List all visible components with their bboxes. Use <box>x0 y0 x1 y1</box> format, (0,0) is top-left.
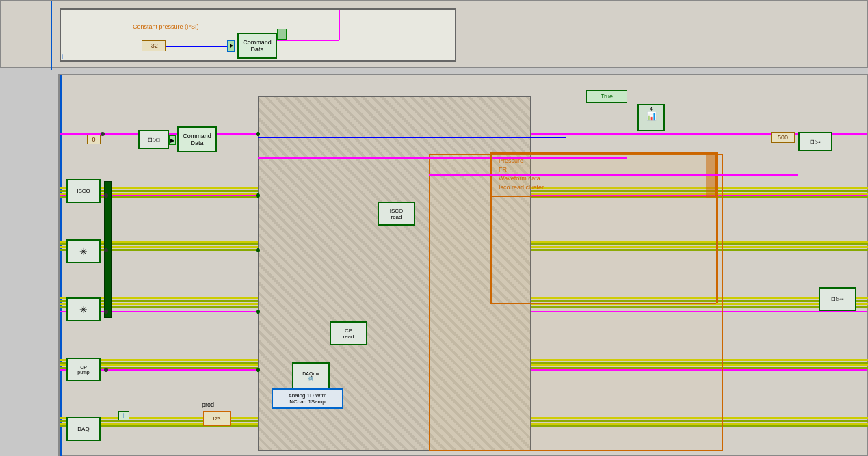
orange-wire-top <box>490 152 716 154</box>
i32-constant[interactable]: I32 <box>142 40 166 51</box>
daq-label: DAQ <box>77 426 89 432</box>
isco-read-cluster-label: Isco read cluster <box>499 184 544 191</box>
junction-dot-1 <box>101 132 105 136</box>
isco-subvi[interactable]: ISCO <box>66 179 101 203</box>
seq-dot-1 <box>256 132 260 136</box>
junction-dot-2 <box>104 193 108 198</box>
main-left-wire <box>60 75 62 456</box>
isco-read-subvi[interactable]: ISCO read <box>378 202 415 226</box>
isco-read-label: ISCO read <box>390 208 404 220</box>
right-subvi[interactable]: ⊡▷▪ <box>798 132 832 151</box>
cp-read-subvi[interactable]: CP read <box>330 321 367 345</box>
canvas: Constant pressure (PSI) I32 ▶ Command Da… <box>0 0 868 456</box>
pink-seq-wire-2 <box>429 174 798 176</box>
top-connector: ▶ <box>227 40 235 52</box>
right-shift-reg-icon: ⊡▷▪▪ <box>831 296 844 302</box>
main-command-data[interactable]: Command Data <box>177 126 217 152</box>
junction-dot-4 <box>104 310 108 314</box>
i23-label: I23 <box>213 416 220 422</box>
i-indicator-main: i <box>118 411 129 420</box>
junction-dot-5 <box>104 368 108 372</box>
numeric-subvi[interactable]: 4 📊 <box>637 104 665 131</box>
orange-wire-bottom <box>490 303 716 304</box>
star-icon-1: ✳ <box>79 246 88 257</box>
daqmx-subvi[interactable]: DAQmx⚙️ <box>292 362 330 390</box>
prod-label: prod <box>202 401 214 408</box>
top-panel: Constant pressure (PSI) I32 ▶ Command Da… <box>0 0 868 68</box>
top-left-wire <box>51 1 52 70</box>
star-icon-2: ✳ <box>79 304 88 315</box>
top-i-indicator: i <box>62 53 63 60</box>
seq-dot-3 <box>256 248 260 252</box>
main-command-data-label: Command Data <box>183 133 211 146</box>
connector-arrow-1: ▶ <box>169 135 176 145</box>
top-command-data-label: Command Data <box>243 39 272 53</box>
daqmx-label: DAQmx⚙️ <box>302 371 319 381</box>
cp-pump-label: CPpump <box>77 365 90 375</box>
seq-dot-4 <box>256 310 260 314</box>
cp-read-label: CP read <box>343 327 354 340</box>
numeric-label: 4 <box>639 105 663 111</box>
zero-label: 0 <box>92 136 95 143</box>
analog-wfm-block[interactable]: Analog 1D Wfm NChan 1Samp <box>272 388 343 409</box>
top-sequence-frame: Constant pressure (PSI) I32 ▶ Command Da… <box>60 8 456 62</box>
i23-constant[interactable]: I23 <box>203 411 231 426</box>
cluster-connector-right <box>706 154 716 198</box>
zero-constant[interactable]: 0 <box>87 135 101 144</box>
top-command-data[interactable]: Command Data <box>237 33 277 59</box>
seq-dot-5 <box>256 368 260 372</box>
true-selector[interactable]: True <box>586 90 627 103</box>
isco-label: ISCO <box>77 188 90 194</box>
waveform-data-label: Waveform data <box>499 175 540 182</box>
top-wire-1 <box>166 46 227 47</box>
top-pink-vwire <box>339 10 340 40</box>
star-subvi-1[interactable]: ✳ <box>66 239 101 263</box>
value-500-label: 500 <box>778 134 788 141</box>
seq-dot-2 <box>256 193 260 198</box>
i32-label: I32 <box>149 42 158 49</box>
junction-dot-3 <box>104 248 108 252</box>
right-shift-reg[interactable]: ⊡▷▪▪ <box>819 287 856 311</box>
daq-subvi[interactable]: DAQ <box>66 417 101 441</box>
pink-wire-seq-1 <box>258 157 627 159</box>
cp-pump-subvi[interactable]: CPpump <box>66 358 101 381</box>
top-right-connector <box>277 29 287 40</box>
fr-label: FR <box>499 166 507 173</box>
numeric-icon: 📊 <box>639 111 663 121</box>
blue-wire-main <box>258 137 566 138</box>
true-label: True <box>601 93 613 100</box>
constant-pressure-label: Constant pressure (PSI) <box>133 23 199 30</box>
shift-reg-icon: ⊡▷□ <box>148 137 160 143</box>
value-500-constant[interactable]: 500 <box>771 132 795 143</box>
main-panel: True <box>58 74 868 456</box>
right-subvi-icon: ⊡▷▪ <box>810 139 821 145</box>
top-pink-wire <box>277 40 339 41</box>
shift-register-1[interactable]: ⊡▷□ <box>138 130 169 149</box>
star-subvi-2[interactable]: ✳ <box>66 297 101 321</box>
analog-wfm-label: Analog 1D Wfm NChan 1Samp <box>288 392 326 405</box>
